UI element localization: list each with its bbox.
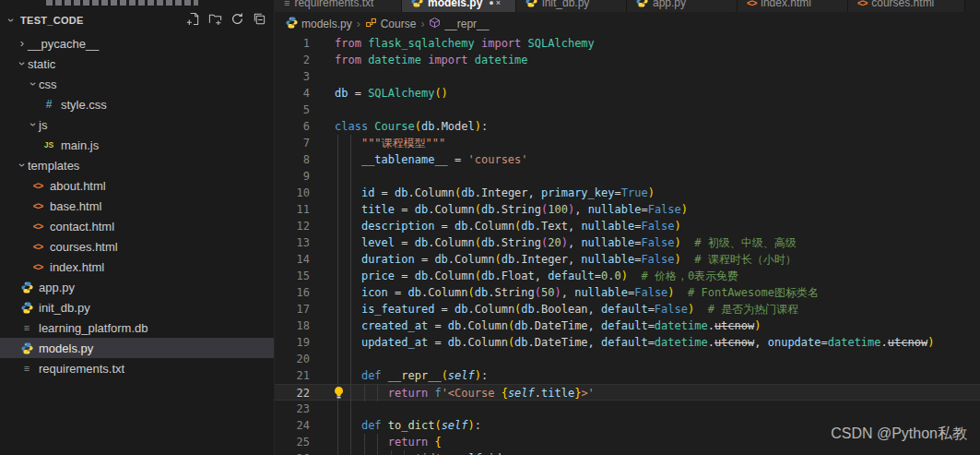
line-number[interactable]: 11	[275, 201, 312, 218]
line-number[interactable]: 12	[275, 218, 312, 234]
code-line-6[interactable]: 6class Course(db.Model):	[275, 118, 980, 135]
line-number[interactable]: 4	[275, 85, 312, 102]
sidebar-item-base-html[interactable]: <>base.html	[0, 196, 274, 216]
chevron-down-icon: ›	[17, 160, 28, 171]
new-folder-button[interactable]	[207, 13, 222, 28]
sidebar-item-init-db-py[interactable]: init_db.py	[0, 297, 274, 317]
new-file-button[interactable]	[185, 13, 200, 28]
code-line-26[interactable]: 26 'id': self.id,	[275, 450, 980, 455]
code-line-9[interactable]: 9	[275, 168, 980, 185]
code-line-24[interactable]: 24 def to_dict(self):	[275, 417, 980, 434]
code-line-20[interactable]: 20	[275, 351, 980, 367]
breadcrumb-item-models-py[interactable]: models.py	[286, 17, 352, 31]
tab-requirements-txt[interactable]: ≡requirements.txt	[275, 0, 402, 12]
code-line-8[interactable]: 8 __tablename__ = 'courses'	[275, 151, 980, 168]
indent-guide	[337, 301, 338, 317]
sidebar-item-courses-html[interactable]: <>courses.html	[0, 236, 274, 257]
line-number[interactable]: 5	[275, 102, 312, 118]
lightbulb-icon[interactable]	[334, 387, 345, 400]
line-number[interactable]: 16	[275, 284, 312, 301]
line-number[interactable]: 13	[275, 234, 312, 251]
line-number[interactable]: 18	[275, 317, 312, 334]
code-line-19[interactable]: 19 updated_at = db.Column(db.DateTime, d…	[275, 334, 980, 351]
line-number[interactable]: 20	[275, 351, 312, 367]
line-number[interactable]: 1	[275, 35, 312, 52]
code-token: =	[648, 303, 655, 316]
sidebar-item--pycache-[interactable]: ›__pycache__	[0, 33, 274, 54]
line-number[interactable]: 25	[275, 434, 312, 450]
line-number[interactable]: 15	[275, 268, 312, 284]
sidebar-item-main-js[interactable]: JSmain.js	[0, 135, 274, 155]
sidebar-item-learning-platform-db[interactable]: ≡learning_platform.db	[0, 317, 274, 338]
breadcrumb-item--repr-[interactable]: __repr__	[429, 17, 489, 31]
line-number[interactable]: 23	[275, 401, 312, 417]
code-line-14[interactable]: 14 duration = db.Column(db.Integer, null…	[275, 251, 980, 268]
sidebar-item-css[interactable]: ›css	[0, 74, 274, 94]
line-number[interactable]: 14	[275, 251, 312, 268]
indent-guide	[350, 450, 351, 455]
code-line-21[interactable]: 21 def __repr__(self):	[275, 367, 980, 384]
class-icon	[365, 17, 377, 31]
breadcrumb-item-course[interactable]: Course	[365, 17, 417, 31]
sidebar-item-models-py[interactable]: models.py	[0, 338, 274, 358]
code-line-17[interactable]: 17 is_featured = db.Column(db.Boolean, d…	[275, 301, 980, 317]
code-line-25[interactable]: 25 return {	[275, 434, 980, 450]
tab-index-html[interactable]: <>index.html	[738, 0, 848, 12]
line-number[interactable]: 19	[275, 334, 312, 351]
sidebar-item-static[interactable]: ›static	[0, 54, 274, 74]
code-line-7[interactable]: 7 """课程模型"""	[275, 135, 980, 151]
tab-label: courses.html	[871, 0, 934, 9]
code-line-11[interactable]: 11 title = db.Column(db.String(100), nul…	[275, 201, 980, 218]
code-token: db	[514, 319, 527, 332]
line-number[interactable]: 9	[275, 168, 312, 185]
line-number[interactable]: 26	[275, 450, 312, 455]
line-number[interactable]: 8	[275, 151, 312, 168]
code-line-1[interactable]: 1from flask_sqlalchemy import SQLAlchemy	[275, 35, 980, 52]
line-number[interactable]: 24	[275, 417, 312, 434]
refresh-button[interactable]	[230, 13, 244, 28]
chevron-down-icon[interactable]: ›	[6, 15, 17, 26]
close-icon[interactable]: ×	[496, 0, 502, 7]
code-token: db	[415, 203, 428, 216]
code-line-22[interactable]: 22 return f'<Course {self.title}>'	[275, 384, 980, 401]
code-line-3[interactable]: 3	[275, 68, 980, 85]
collapse-all-button[interactable]	[252, 13, 266, 28]
line-number[interactable]: 6	[275, 118, 312, 135]
code-token: =	[395, 236, 415, 249]
file-label: templates	[28, 159, 79, 173]
code-line-12[interactable]: 12 description = db.Column(db.Text, null…	[275, 218, 980, 234]
tab-init-db-py[interactable]: init_db.py	[516, 0, 627, 12]
code-text: updated_at = db.Column(db.DateTime, defa…	[335, 334, 934, 351]
code-editor[interactable]: 1from flask_sqlalchemy import SQLAlchemy…	[275, 35, 980, 455]
line-number[interactable]: 22	[275, 385, 312, 400]
code-line-13[interactable]: 13 level = db.Column(db.String(20), null…	[275, 234, 980, 251]
code-line-16[interactable]: 16 icon = db.Column(db.String(50), nulla…	[275, 284, 980, 301]
line-number[interactable]: 17	[275, 301, 312, 317]
code-token: icon	[361, 286, 388, 299]
sidebar-item-app-py[interactable]: app.py	[0, 277, 274, 297]
line-number[interactable]: 3	[275, 68, 312, 85]
line-number[interactable]: 21	[275, 367, 312, 384]
code-line-23[interactable]: 23	[275, 401, 980, 417]
sidebar-item-contact-html[interactable]: <>contact.html	[0, 216, 274, 236]
code-line-4[interactable]: 4db = SQLAlchemy()	[275, 85, 980, 102]
sidebar-item-about-html[interactable]: <>about.html	[0, 175, 274, 196]
tab-courses-html[interactable]: <>courses.html	[848, 0, 965, 12]
tab-app-py[interactable]: app.py	[627, 0, 738, 12]
line-number[interactable]: 2	[275, 52, 312, 68]
code-line-5[interactable]: 5	[275, 102, 980, 118]
sidebar-item-js[interactable]: ›js	[0, 114, 274, 135]
code-token: 20	[548, 236, 561, 249]
line-number[interactable]: 10	[275, 185, 312, 201]
line-number[interactable]: 7	[275, 135, 312, 151]
code-line-10[interactable]: 10 id = db.Column(db.Integer, primary_ke…	[275, 185, 980, 201]
code-line-2[interactable]: 2from datetime import datetime	[275, 52, 980, 68]
sidebar-item-style-css[interactable]: #style.css	[0, 94, 274, 114]
tab-models-py[interactable]: models.py●×	[402, 0, 516, 12]
code-line-18[interactable]: 18 created_at = db.Column(db.DateTime, d…	[275, 317, 980, 334]
sidebar-item-templates[interactable]: ›templates	[0, 155, 274, 175]
code-line-15[interactable]: 15 price = db.Column(db.Float, default=0…	[275, 268, 980, 284]
code-token: =	[388, 286, 408, 299]
sidebar-item-requirements-txt[interactable]: ≡requirements.txt	[0, 358, 274, 378]
sidebar-item-index-html[interactable]: <>index.html	[0, 257, 274, 277]
